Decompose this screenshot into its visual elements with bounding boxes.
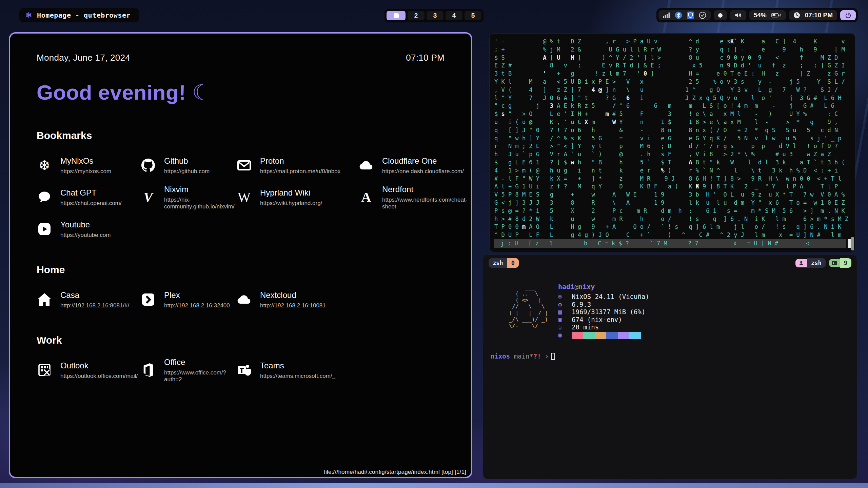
- workspace-1[interactable]: [387, 11, 406, 20]
- palette-icon: ◉: [558, 331, 566, 339]
- palette-swatch: [572, 332, 583, 339]
- matrix-row: ^ D U P L F L g 4 g ) J O C + ` ) _ ^ C …: [494, 231, 852, 239]
- matrix-bright-char: X: [585, 118, 588, 126]
- bookmark-title: Teams: [260, 361, 335, 370]
- bookmark-plex[interactable]: Plexhttp://192.168.2.16:32400: [140, 290, 236, 309]
- volume-icon: [734, 12, 742, 19]
- bookmark-url: https://mynixos.com: [60, 168, 111, 175]
- moon-icon: ☾: [192, 81, 211, 104]
- matrix-row: G < j ] 3 J J 3 8 R \ A 1 9 l k u l u d …: [494, 199, 852, 207]
- prompt-segment: ›: [541, 352, 549, 360]
- nix-logo-icon: ❄: [25, 11, 32, 20]
- matrix-row: $ g L E 6 1 ? [ $ w b " B h 5 ` $ T A B …: [494, 159, 852, 167]
- bookmark-url: https://nix-community.github.io/nixvim/: [164, 197, 236, 210]
- cloud-icon: [358, 158, 374, 173]
- bookmark-nerdfont[interactable]: ANerdfonthttps://www.nerdfonts.com/cheat…: [358, 187, 467, 207]
- recording-indicator[interactable]: [714, 10, 727, 20]
- section-grid: Outlookhttps://outlook.office.com/mail/O…: [37, 360, 445, 380]
- battery-icon: [771, 12, 782, 19]
- window-title-pill[interactable]: ❄ Homepage - qutebrowser: [19, 8, 139, 22]
- matrix-bright-char: M: [571, 54, 574, 62]
- matrix-row: q " w h ] Y / ^ % s K 5 G = v i e G e G …: [494, 135, 852, 143]
- bookmark-hyprland-wiki[interactable]: WHyprland Wikihttps://wiki.hyprland.org/: [236, 187, 358, 207]
- status-icons-group[interactable]: [658, 10, 711, 20]
- greeting: Good evening! ☾: [37, 80, 445, 105]
- window-count[interactable]: 9: [840, 258, 851, 268]
- tab-session-group: zsh 9: [795, 258, 851, 268]
- matrix-row: r N m ; 2 L > ^ < ] Y y t p M 6 ; D d / …: [494, 142, 852, 150]
- uptime-icon: ☕: [558, 323, 566, 331]
- bookmark-outlook[interactable]: Outlookhttps://outlook.office.com/mail/: [37, 360, 140, 380]
- bookmark-cloudflare-one[interactable]: Cloudflare Onehttps://one.dash.cloudflar…: [358, 156, 467, 175]
- prompt-segment: !: [537, 352, 541, 360]
- startpage-date: Monday, June 17, 2024: [37, 53, 130, 63]
- workspace-3[interactable]: 3: [427, 11, 443, 20]
- battery-indicator[interactable]: 54%: [749, 10, 786, 20]
- bookmark-title: Casa: [60, 290, 129, 300]
- clock[interactable]: 07:10 PM: [789, 10, 837, 20]
- memory-icon: ▦: [558, 308, 566, 316]
- matrix-row: h J u ` p G V r A ` u ` ) @ . h s F , V …: [494, 150, 852, 159]
- bookmark-youtube[interactable]: Youtubehttps://youtube.com: [37, 219, 140, 239]
- bookmark-title: Nextcloud: [260, 290, 326, 300]
- bookmark-teams[interactable]: Teamshttps://teams.microsoft.com/_: [236, 360, 358, 380]
- section-grid: Casahttp://192.168.2.16:8081/#/Plexhttp:…: [37, 290, 445, 309]
- matrix-bright-char: W: [612, 118, 616, 126]
- house-icon: [37, 292, 52, 307]
- matrix-row: u i ( o @ K , ' u C X m W Y n 1 $ 1 8 > …: [494, 118, 852, 126]
- matrix-terminal-window[interactable]: ' - @ % t D Z , r > P a U v ^ d e s ` K …: [489, 33, 855, 252]
- volume-control[interactable]: [730, 10, 746, 20]
- fetch-line-text: 1969/31377 MiB (6%): [572, 308, 645, 316]
- bookmark-title: Chat GPT: [60, 188, 122, 198]
- shell-prompt[interactable]: nixos main*?! ›: [491, 352, 555, 360]
- plex-icon: [140, 292, 156, 307]
- tab-window-left[interactable]: zsh 0: [489, 258, 519, 268]
- outlook-icon: [37, 362, 52, 378]
- bookmark-github[interactable]: Githubhttps://github.com: [140, 156, 236, 175]
- fetch-user-host: hadi@nixy: [558, 283, 649, 291]
- matrix-row: $ s " > O L e ' I H + m # 5 F 3 ! e \ a …: [494, 110, 852, 118]
- teams-icon: [236, 362, 252, 378]
- matrix-bright-char: m: [522, 223, 526, 231]
- prompt-segment: ?: [533, 352, 537, 360]
- bookmark-casa[interactable]: Casahttp://192.168.2.16:8081/#/: [37, 290, 140, 309]
- qutebrowser-window: Monday, June 17, 2024 07:10 PM Good even…: [9, 32, 472, 478]
- bookmark-nixvim[interactable]: VNixvimhttps://nix-community.github.io/n…: [140, 187, 236, 207]
- bookmark-title: Office: [164, 358, 236, 367]
- section-title: Home: [37, 264, 445, 276]
- matrix-row: ; + % j M 2 & U G u l l R r W ? y q : [ …: [494, 46, 852, 54]
- record-dot-icon: [718, 13, 723, 18]
- bookmark-nextcloud[interactable]: Nextcloudhttp://192.168.2.16:10081: [236, 290, 358, 309]
- matrix-bright-char: s: [501, 110, 505, 118]
- workspace-switcher: 2345: [384, 9, 484, 22]
- workspace-2[interactable]: 2: [408, 11, 425, 20]
- terminal-icon: [829, 259, 840, 267]
- bookmark-url: https://github.com: [164, 168, 210, 175]
- terminal-window[interactable]: zsh 0 zsh 9 ___ ( .. \ ( <> | // \ \ ( |…: [483, 255, 857, 479]
- fetch-line: ▣674 (nix-env): [558, 316, 649, 324]
- bookmark-title: Cloudflare One: [382, 156, 464, 166]
- startpage-time: 07:10 PM: [406, 53, 445, 63]
- bookmark-url: http://192.168.2.16:10081: [260, 302, 326, 309]
- matrix-row: q [ ] J " 0 ? ! 7 o 6 h & - 8 n 8 n x ( …: [494, 126, 852, 135]
- session-name[interactable]: zsh: [807, 258, 826, 268]
- fetch-line: ☕20 mins: [558, 323, 649, 331]
- bookmark-office[interactable]: Officehttps://www.office.com/?auth=2: [140, 360, 236, 380]
- art-accent: \/: [532, 323, 538, 329]
- bookmark-mynixos[interactable]: ❆MyNixOshttps://mynixos.com: [37, 156, 140, 175]
- bookmark-chat-gpt[interactable]: Chat GPThttps://chat.openai.com/: [37, 187, 140, 207]
- power-button[interactable]: [840, 10, 856, 20]
- matrix-row: 3 t B ' + g ! z l m 7 ' 0 ] H = e 0 T e …: [494, 70, 852, 78]
- bookmark-title: Hyprland Wiki: [260, 188, 322, 198]
- scrollbar-thumb[interactable]: [851, 237, 854, 250]
- nixvim-v-icon: V: [140, 189, 156, 205]
- bookmark-url: https://wiki.hyprland.org/: [260, 200, 322, 207]
- palette-swatch: [583, 332, 595, 339]
- bookmark-proton[interactable]: Protonhttps://mail.proton.me/u/0/inbox: [236, 156, 358, 175]
- statusbar-url: file:///home/hadi/.config/startpage/inde…: [324, 469, 466, 475]
- youtube-icon: [37, 221, 52, 237]
- workspace-5[interactable]: 5: [465, 11, 481, 20]
- section-title: Bookmarks: [37, 130, 445, 141]
- workspace-4[interactable]: 4: [446, 11, 462, 20]
- matrix-row: 4 1 > m ( @ h u g i n t k e r % ) r % ` …: [494, 167, 852, 175]
